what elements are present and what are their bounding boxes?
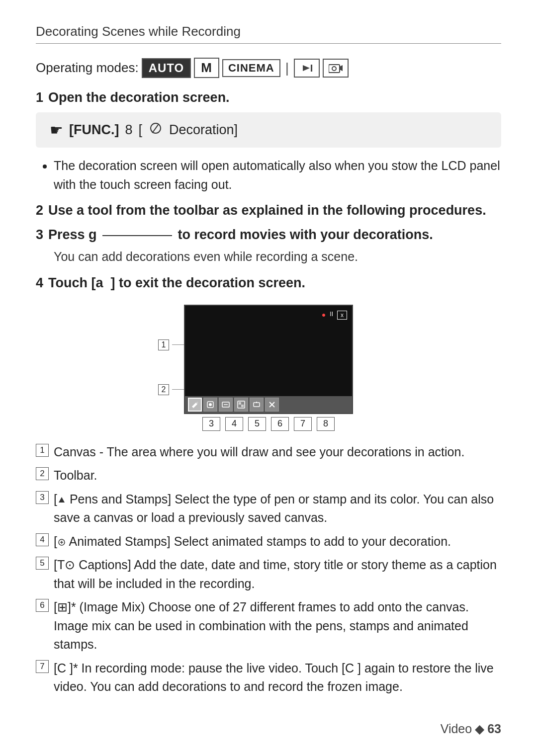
pause-icon: II [330,311,333,320]
step-3-heading: Press g to record movies with your decor… [48,227,433,243]
func-instruction-box: ☛ [FUNC.] 8 [ Decoration] [36,112,501,148]
func-decoration-label: Decoration] [169,122,238,138]
page-title: Decorating Scenes while Recording [36,24,501,44]
svg-rect-15 [241,405,244,407]
step-1-number: 1 [36,90,43,105]
legend-list: 1 Canvas - The area where you will draw … [36,443,501,696]
legend-num-5: 5 [36,557,49,570]
num-2-box: 2 [158,384,169,395]
toolbar-row [185,396,352,413]
step-1-bullets: The decoration screen will open automati… [36,157,501,194]
svg-point-10 [209,403,212,406]
legend-num-4: 4 [36,533,49,546]
num-1-box: 1 [158,339,169,350]
mode-icon-camera [323,59,349,78]
step-2-heading: Use a tool from the toolbar as explained… [48,203,486,218]
legend-text-2: Toolbar. [54,466,97,485]
legend-item-1: 1 Canvas - The area where you will draw … [36,443,501,462]
bottom-numbers-row: 3 4 5 6 7 8 [184,417,353,431]
mode-cinema: CINEMA [222,59,280,77]
step-1-header: 1 Open the decoration screen. [36,90,501,105]
legend-text-4: [ Animated Stamps] Select animated stamp… [54,532,451,551]
step-1-heading: Open the decoration screen. [48,90,230,105]
svg-rect-2 [311,65,312,72]
bottom-num-5: 5 [248,417,266,431]
toolbar-exit-icon [265,398,279,412]
svg-rect-3 [329,65,340,73]
legend-item-7: 7 [C ]* In recording mode: pause the liv… [36,659,501,696]
legend-num-1: 1 [36,444,49,457]
screen-top-bar: ● II x [322,311,347,320]
operating-modes-label: Operating modes: [36,60,139,76]
page-footer: Video ◆ 63 [441,722,501,736]
step-2-header: 2 Use a tool from the toolbar as explain… [36,203,501,218]
legend-item-2: 2 Toolbar. [36,466,501,485]
toolbar-caption-icon [219,398,233,412]
toolbar-freeze-icon [250,398,264,412]
func-label: [FUNC.] [69,122,119,138]
legend-text-5: [T⊙ Captions] Add the date, date and tim… [54,556,501,593]
legend-num-2: 2 [36,467,49,480]
legend-text-1: Canvas - The area where you will draw an… [54,443,464,462]
screen-diagram-container: 1 2 ● II x [36,305,501,431]
camera-screen: ● II x [184,305,353,414]
legend-text-7: [C ]* In recording mode: pause the live … [54,659,501,696]
legend-item-4: 4 [ Animated Stamps] Select animated sta… [36,532,501,551]
close-btn: x [337,311,347,320]
step-1-bullet: The decoration screen will open automati… [54,157,501,194]
legend-text-6: [⊞]* (Image Mix) Choose one of 27 differ… [54,598,501,654]
step-2-number: 2 [36,203,43,218]
footer-page-number: 63 [487,722,501,736]
mode-auto: AUTO [142,58,191,78]
bottom-num-8: 8 [317,417,335,431]
footer-diamond: ◆ [475,722,484,736]
bottom-num-3: 3 [202,417,220,431]
mode-icon-playback [294,59,320,78]
toolbar-pen-icon [188,398,202,412]
footer-video-label: Video [441,722,472,736]
legend-item-3: 3 [ Pens and Stamps] Select the type of … [36,490,501,527]
svg-marker-1 [303,65,310,71]
decoration-icon [148,122,163,138]
step-3-number: 3 [36,227,43,243]
svg-point-5 [332,67,336,71]
func-bracket-open: [ [139,122,143,138]
legend-item-6: 6 [⊞]* (Image Mix) Choose one of 27 diff… [36,598,501,654]
func-number: 8 [125,122,132,138]
hand-icon: ☛ [50,121,63,139]
bottom-num-7: 7 [294,417,312,431]
operating-modes-row: Operating modes: AUTO M CINEMA | [36,58,501,78]
step-4-heading: Touch [a ] to exit the decoration screen… [48,275,305,291]
step-4-header: 4 Touch [a ] to exit the decoration scre… [36,275,501,291]
legend-text-3: [ Pens and Stamps] Select the type of pe… [54,490,501,527]
step-4-number: 4 [36,275,43,291]
legend-item-5: 5 [T⊙ Captions] Add the date, date and t… [36,556,501,593]
legend-num-3: 3 [36,491,49,504]
mode-divider: | [285,60,289,76]
step-3-header: 3 Press g to record movies with your dec… [36,227,501,243]
mode-m: M [194,58,219,78]
step-3-sub: You can add decorations even while recor… [54,248,501,266]
legend-num-6: 6 [36,599,49,612]
screen-diagram: 1 2 ● II x [184,305,353,431]
svg-rect-14 [239,402,241,405]
bottom-num-4: 4 [225,417,243,431]
toolbar-stamp-icon [203,398,217,412]
legend-num-7: 7 [36,660,49,673]
rec-dot: ● [322,311,326,320]
svg-line-7 [153,125,158,132]
svg-rect-16 [254,403,260,407]
bottom-num-6: 6 [271,417,289,431]
toolbar-imagemix-icon [234,398,248,412]
svg-line-8 [152,132,153,133]
